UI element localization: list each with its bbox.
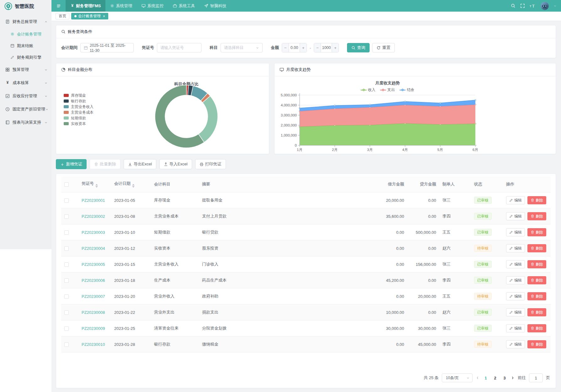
voucher-link[interactable]: PZ20230008 <box>82 310 105 315</box>
avatar[interactable] <box>541 2 549 10</box>
select-all-checkbox[interactable] <box>64 182 69 187</box>
row-checkbox[interactable] <box>64 262 69 267</box>
sidebar-item-4[interactable]: 应收应付管理 <box>0 89 51 103</box>
page-number-3[interactable]: 3 <box>501 376 508 380</box>
row-checkbox[interactable] <box>64 310 69 315</box>
collapse-sidebar-icon[interactable] <box>56 4 61 8</box>
amount-max-value[interactable]: 1000 <box>321 43 332 52</box>
topnav-item-2[interactable]: 系统管理 <box>105 0 137 12</box>
voucher-link[interactable]: PZ20230005 <box>82 262 105 267</box>
increase-button[interactable]: + <box>332 43 339 52</box>
row-checkbox[interactable] <box>64 294 69 299</box>
print-voucher-button[interactable]: 打印凭证 <box>195 159 226 169</box>
search-icon[interactable] <box>511 3 516 8</box>
batch-delete-button[interactable]: 批量删除 <box>90 159 120 169</box>
edit-button[interactable]: 编辑 <box>506 292 525 300</box>
delete-button[interactable]: 删除 <box>527 292 546 300</box>
legend-item[interactable]: 库存现金 <box>64 93 94 98</box>
sidebar-item-2[interactable]: 预算管理 <box>0 63 51 76</box>
sidebar-subitem-3[interactable]: 财务规则引擎 <box>0 51 51 63</box>
legend-item[interactable]: 实收资本 <box>64 121 94 126</box>
import-excel-button[interactable]: 导入Excel <box>159 159 192 169</box>
voucher-no-input[interactable]: 请输入凭证号 <box>157 43 201 52</box>
increase-button[interactable]: + <box>300 43 307 52</box>
row-checkbox[interactable] <box>64 198 69 203</box>
legend-item[interactable]: 主营业务成本 <box>64 110 94 115</box>
row-checkbox[interactable] <box>64 230 69 235</box>
tab-2[interactable]: 会计账务管理× <box>71 13 108 19</box>
sort-icon[interactable] <box>95 184 98 188</box>
reset-button[interactable]: 重置 <box>372 43 395 52</box>
delete-button[interactable]: 删除 <box>527 340 546 348</box>
delete-button[interactable]: 删除 <box>527 308 546 316</box>
delete-button[interactable]: 删除 <box>527 228 546 236</box>
edit-button[interactable]: 编辑 <box>506 228 525 236</box>
fullscreen-icon[interactable] <box>520 3 525 8</box>
topnav-item-3[interactable]: 系统监控 <box>137 0 168 12</box>
delete-button[interactable]: 删除 <box>527 260 546 268</box>
close-tab-icon[interactable]: × <box>103 14 105 18</box>
sidebar-subitem-1[interactable]: 会计账务管理 <box>0 28 51 40</box>
amount-min-value[interactable]: 0.00 <box>289 43 300 52</box>
voucher-link[interactable]: PZ20230010 <box>82 342 105 347</box>
row-checkbox[interactable] <box>64 246 69 251</box>
voucher-link[interactable]: PZ20230006 <box>82 278 105 283</box>
edit-button[interactable]: 编辑 <box>506 212 525 220</box>
legend-item[interactable]: 支出 <box>380 87 395 93</box>
delete-button[interactable]: 删除 <box>527 276 546 284</box>
amount-max-stepper[interactable]: − 1000 + <box>314 43 339 52</box>
tab-1[interactable]: 首页 <box>56 13 69 19</box>
page-number-1[interactable]: 1 <box>483 376 489 380</box>
decrease-button[interactable]: − <box>314 43 321 52</box>
legend-item[interactable]: 结余 <box>400 87 414 93</box>
legend-item[interactable]: 收入 <box>361 87 376 93</box>
topnav-item-4[interactable]: 系统工具 <box>168 0 200 12</box>
chevron-down-icon[interactable] <box>553 4 557 8</box>
voucher-link[interactable]: PZ20230002 <box>82 214 105 219</box>
edit-button[interactable]: 编辑 <box>506 276 525 284</box>
legend-item[interactable]: 银行存款 <box>64 98 94 104</box>
page-size-select[interactable]: 10条/页 <box>442 373 473 382</box>
row-checkbox[interactable] <box>64 214 69 219</box>
sidebar-item-3[interactable]: ¥成本核算 <box>0 76 51 89</box>
topnav-item-1[interactable]: ¥财务管理FMS <box>66 0 105 12</box>
sidebar-subitem-2[interactable]: 期末结账 <box>0 40 51 51</box>
delete-button[interactable]: 删除 <box>527 196 546 204</box>
edit-button[interactable]: 编辑 <box>506 244 525 252</box>
edit-button[interactable]: 编辑 <box>506 196 525 204</box>
export-excel-button[interactable]: 导出Excel <box>124 159 156 169</box>
sidebar-item-5[interactable]: 固定资产折旧管理 <box>0 103 51 116</box>
next-page-icon[interactable] <box>511 376 515 380</box>
search-button[interactable]: 查询 <box>347 43 370 52</box>
voucher-link[interactable]: PZ20230007 <box>82 294 105 299</box>
voucher-link[interactable]: PZ20230009 <box>82 326 105 331</box>
period-date-range-input[interactable]: 2025-11-01 至 2025-11-30 <box>80 43 134 52</box>
column-header[interactable]: 会计日期 <box>111 176 151 192</box>
sidebar-item-1[interactable]: 财务总账管理 <box>0 15 51 28</box>
delete-button[interactable]: 删除 <box>527 324 546 332</box>
topnav-item-5[interactable]: 智脑科技 <box>200 0 231 12</box>
voucher-link[interactable]: PZ20230003 <box>82 230 105 235</box>
voucher-link[interactable]: PZ20230001 <box>82 198 105 203</box>
font-size-icon[interactable]: TT <box>530 3 536 8</box>
delete-button[interactable]: 删除 <box>527 212 546 220</box>
edit-button[interactable]: 编辑 <box>506 308 525 316</box>
subject-select[interactable]: 请选择科目 <box>221 43 263 52</box>
row-checkbox[interactable] <box>64 278 69 283</box>
edit-button[interactable]: 编辑 <box>506 340 525 348</box>
legend-item[interactable]: 主营业务收入 <box>64 104 94 110</box>
legend-item[interactable]: 短期借款 <box>64 115 94 121</box>
decrease-button[interactable]: − <box>282 43 289 52</box>
voucher-link[interactable]: PZ20230004 <box>82 246 105 251</box>
sort-icon[interactable] <box>132 184 135 188</box>
edit-button[interactable]: 编辑 <box>506 324 525 332</box>
delete-button[interactable]: 删除 <box>527 244 546 252</box>
sidebar-item-6[interactable]: 报表与决策支持 <box>0 116 51 129</box>
add-voucher-button[interactable]: + 新增凭证 <box>56 159 87 169</box>
page-number-2[interactable]: 2 <box>492 376 498 380</box>
edit-button[interactable]: 编辑 <box>506 260 525 268</box>
app-logo[interactable]: 智慧医院 <box>0 0 51 13</box>
row-checkbox[interactable] <box>64 342 69 347</box>
goto-page-input[interactable]: 1 <box>529 373 543 382</box>
column-header[interactable]: 凭证号 <box>78 176 111 192</box>
